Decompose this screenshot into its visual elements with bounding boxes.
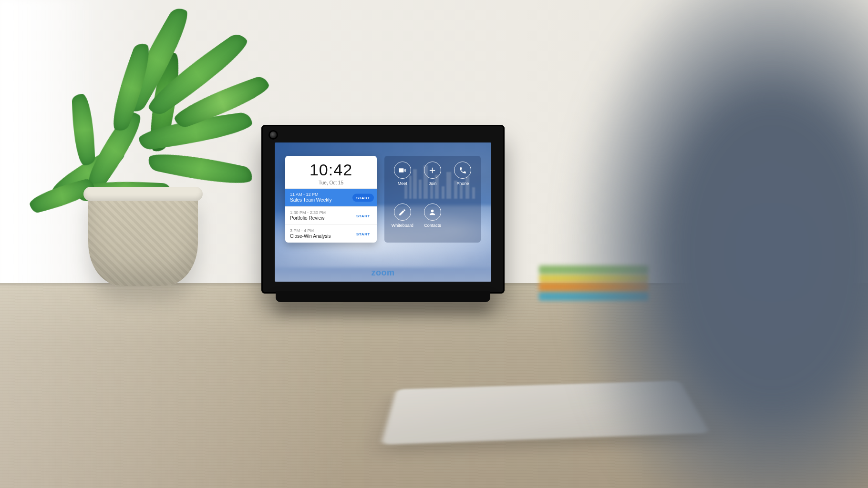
action-label: Join — [429, 181, 437, 186]
video-icon — [394, 162, 411, 179]
brand-logo: zoom — [275, 268, 491, 278]
quick-actions-panel: Meet Join Phone — [384, 156, 481, 243]
smart-display-device: 10:42 Tue, Oct 15 11 AM - 12 PM Sales Te… — [261, 125, 505, 294]
phone-icon — [454, 162, 471, 179]
person-icon — [424, 203, 441, 221]
action-label: Phone — [456, 181, 469, 186]
pencil-icon — [394, 203, 411, 221]
action-label: Meet — [398, 181, 407, 186]
action-label: Contacts — [424, 223, 441, 228]
meeting-item[interactable]: 11 AM - 12 PM Sales Team Weekly START — [285, 188, 377, 206]
device-screen[interactable]: 10:42 Tue, Oct 15 11 AM - 12 PM Sales Te… — [275, 142, 491, 282]
schedule-card: 10:42 Tue, Oct 15 11 AM - 12 PM Sales Te… — [285, 156, 377, 243]
clock-time: 10:42 — [288, 161, 374, 179]
start-button[interactable]: START — [352, 230, 374, 238]
meeting-time: 1:30 PM - 2:30 PM — [290, 210, 353, 215]
meet-button[interactable]: Meet — [394, 162, 411, 198]
contacts-button[interactable]: Contacts — [424, 203, 441, 240]
meeting-title: Close-Win Analysis — [290, 234, 353, 239]
phone-button[interactable]: Phone — [454, 162, 471, 198]
planter-pot — [88, 191, 198, 286]
camera-lens — [270, 132, 277, 138]
clock-date: Tue, Oct 15 — [288, 180, 374, 185]
foreground-blur — [486, 0, 868, 488]
join-button[interactable]: Join — [424, 162, 441, 198]
meeting-item[interactable]: 1:30 PM - 2:30 PM Portfolio Review START — [285, 206, 377, 224]
start-button[interactable]: START — [352, 193, 374, 202]
clock-panel: 10:42 Tue, Oct 15 — [285, 156, 377, 188]
plus-icon — [424, 162, 441, 179]
meeting-item[interactable]: 3 PM - 4 PM Close-Win Analysis START — [285, 224, 377, 243]
meeting-title: Sales Team Weekly — [290, 197, 353, 203]
start-button[interactable]: START — [352, 212, 374, 220]
action-label: Whiteboard — [392, 223, 413, 228]
meeting-title: Portfolio Review — [290, 215, 353, 221]
meeting-time: 11 AM - 12 PM — [290, 192, 353, 197]
meeting-time: 3 PM - 4 PM — [290, 228, 353, 233]
whiteboard-button[interactable]: Whiteboard — [392, 203, 413, 240]
